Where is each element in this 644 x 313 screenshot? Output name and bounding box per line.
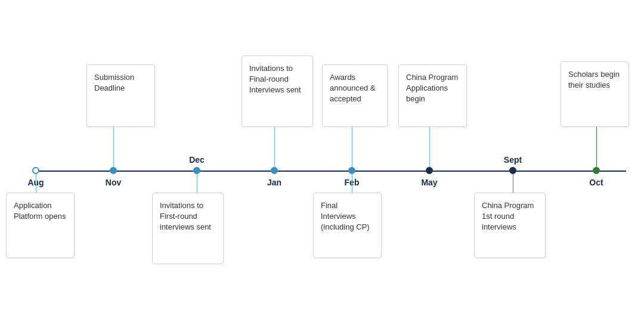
card-above-4: Scholars begin their studies (561, 61, 629, 127)
connector-oct (596, 127, 597, 167)
card-above-2: Awards announced & accepted (322, 64, 388, 127)
timeline-dot-oct (593, 167, 600, 174)
connector-below-3 (513, 174, 513, 193)
timeline-dot-may (426, 167, 433, 174)
timeline-line (36, 171, 626, 172)
card-below-3: China Program 1st round interviews (474, 193, 546, 258)
connector-below-0 (36, 174, 36, 193)
timeline-month-dec: Dec (189, 155, 205, 165)
timeline-month-jan: Jan (267, 178, 281, 187)
page-title (0, 0, 644, 11)
connector-above-1 (274, 127, 275, 167)
timeline-month-oct: Oct (589, 178, 603, 187)
connector-below-2 (352, 174, 352, 193)
connector-above-2 (352, 127, 352, 167)
timeline-dot-feb (348, 167, 355, 174)
timeline-container: AugNovDecJanFebMaySeptOctSubmission Dead… (0, 17, 644, 297)
card-below-0: Application Platform opens (6, 193, 75, 258)
card-below-2: Final Interviews (including CP) (313, 193, 382, 258)
timeline-dot-jan (271, 167, 278, 174)
timeline-dot-sept (509, 167, 516, 174)
connector-above-0 (113, 127, 114, 167)
timeline-dot-nov (110, 167, 117, 174)
connector-above-3 (429, 127, 430, 167)
card-above-3: China Program Applications begin (398, 64, 467, 127)
card-above-1: Invitations to Final-round Interviews se… (242, 55, 313, 127)
timeline-month-sept: Sept (504, 155, 522, 165)
timeline-month-nov: Nov (106, 178, 121, 187)
timeline-dot-aug (32, 167, 39, 174)
card-below-1: Invitations to First-round interviews se… (152, 193, 224, 264)
timeline-month-may: May (421, 178, 437, 187)
connector-below-1 (197, 174, 197, 193)
timeline-dot-dec (193, 167, 200, 174)
card-above-0: Submission Deadline (86, 64, 155, 127)
